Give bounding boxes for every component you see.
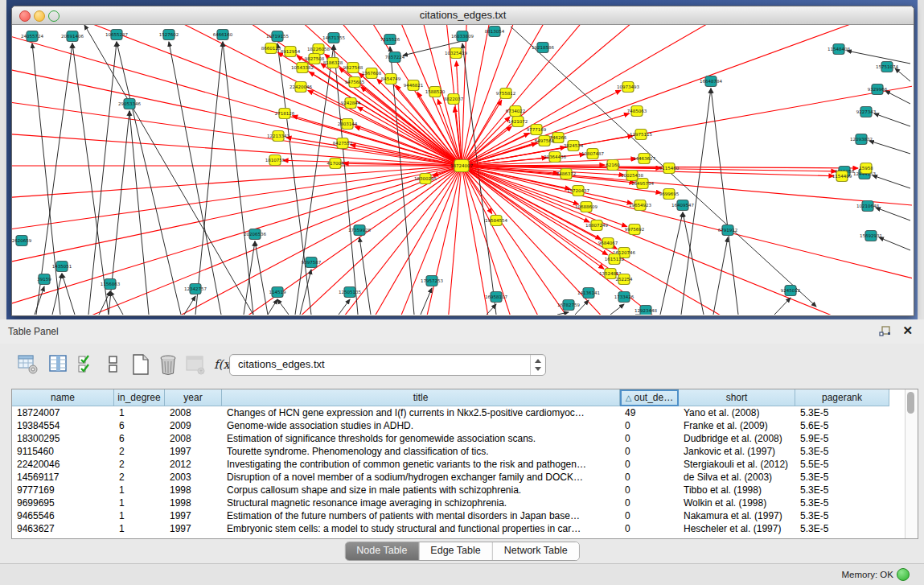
graph-node[interactable]: 10688609 [575, 202, 598, 212]
column-header-pagerank[interactable]: pagerank [795, 389, 889, 406]
table-row[interactable]: 946554611997Estimation of the future num… [12, 509, 906, 522]
graph-node[interactable]: 12975115 [630, 130, 652, 140]
graph-node[interactable]: 8427552 [333, 138, 353, 149]
graph-node[interactable]: 2620659 [12, 236, 32, 246]
table-row[interactable]: 2242004622012Investigating the contribut… [12, 458, 906, 471]
scrollbar-thumb[interactable] [907, 392, 914, 414]
graph-node[interactable]: 39159 [37, 274, 51, 285]
column-header-short[interactable]: short [679, 389, 795, 406]
new-table-icon[interactable] [130, 353, 151, 376]
graph-node[interactable]: 1810755 [265, 155, 285, 166]
show-columns-icon[interactable] [48, 353, 69, 376]
vertical-scrollbar[interactable] [905, 389, 918, 538]
graph-node[interactable]: 12342757 [184, 284, 207, 295]
graph-node[interactable]: 14136141 [577, 288, 600, 299]
graph-node[interactable]: 12505135 [339, 287, 361, 298]
tab-edge-table[interactable]: Edge Table [419, 542, 492, 560]
graph-node[interactable]: 417004 [327, 159, 344, 169]
tab-node-table[interactable]: Node Table [345, 542, 419, 560]
table-row[interactable]: 1456911722003Disruption of a novel membe… [12, 471, 906, 484]
window-titlebar[interactable]: citations_edges.txt [12, 6, 914, 25]
graph-node[interactable]: 14671355 [322, 33, 345, 43]
column-header-year[interactable]: year [165, 389, 222, 406]
graph-node[interactable]: 9245012 [781, 286, 801, 296]
graph-node[interactable]: 15720437 [567, 186, 589, 196]
graph-node[interactable]: 9329966 [868, 84, 888, 95]
graph-node[interactable]: 114519 [269, 287, 286, 298]
table-body[interactable]: 1872400712008Changes of HCN gene express… [12, 406, 906, 538]
graph-node[interactable]: 20206536 [244, 229, 266, 240]
close-panel-icon[interactable]: ✕ [902, 323, 913, 338]
table-row[interactable]: 911546021997Tourette syndrome. Phenomeno… [12, 445, 906, 458]
column-header-title[interactable]: title [222, 389, 620, 406]
table-row[interactable]: 1830029562008Estimation of significance … [12, 432, 906, 445]
graph-node[interactable]: 17957253 [421, 276, 443, 286]
graph-node[interactable]: 9446821 [404, 80, 424, 91]
graph-node[interactable]: 6466160 [213, 30, 233, 40]
graph-node[interactable]: 20364436 [544, 152, 566, 163]
column-header-indegree[interactable]: in_degree [114, 389, 165, 406]
graph-node[interactable]: 10655287 [105, 30, 128, 40]
graph-node[interactable]: 16409547 [671, 200, 694, 211]
graph-node[interactable]: 20691406 [61, 31, 84, 42]
graph-node[interactable]: 1733426 [614, 292, 634, 303]
graph-node[interactable]: 18226058 [307, 44, 330, 55]
svg-text:9227343: 9227343 [856, 109, 877, 114]
graph-node[interactable]: 14463627 [633, 154, 655, 164]
citation-network-graph[interactable]: 2405572420691406106552871527602646616010… [12, 25, 912, 315]
graph-node[interactable]: 9755812 [496, 89, 516, 99]
graph-node[interactable]: 19654923 [629, 200, 651, 211]
selection-mode-icon[interactable] [77, 353, 98, 376]
table-header-row[interactable]: namein_degreeyeartitle△out_de…shortpager… [12, 389, 906, 406]
graph-node[interactable]: 12923448 [634, 306, 657, 315]
graph-node[interactable]: 3824534 [564, 141, 584, 151]
table-settings-icon[interactable] [18, 353, 39, 376]
memory-status-indicator[interactable] [897, 568, 910, 581]
graph-node[interactable]: 7485063 [627, 106, 647, 117]
graph-node[interactable]: 9827508 [305, 54, 325, 64]
network-canvas[interactable]: 2405572420691406106552871527602646616010… [12, 25, 912, 315]
graph-node[interactable]: 11548408 [827, 44, 850, 55]
graph-node[interactable]: 1156863 [101, 279, 121, 290]
table-row[interactable]: 969969511998Structural magnetic resonanc… [12, 496, 906, 509]
graph-node[interactable]: 8813054 [485, 27, 505, 37]
graph-node[interactable]: 1421072 [508, 117, 528, 127]
graph-node[interactable]: 16033809 [451, 31, 474, 42]
graph-node[interactable]: 19218586 [532, 43, 554, 53]
graph-node[interactable]: 8822037 [444, 94, 464, 105]
table-select-dropdown[interactable]: citations_edges.txt [229, 354, 546, 376]
delete-table-icon[interactable] [158, 353, 179, 376]
graph-node[interactable]: 8454749 [381, 74, 401, 84]
column-header-name[interactable]: name [12, 389, 114, 406]
graph-node[interactable]: 7486372 [556, 169, 577, 179]
dropdown-stepper-icon[interactable] [530, 355, 545, 375]
graph-node[interactable]: 9699695 [659, 189, 680, 200]
graph-node[interactable]: 16782759 [557, 300, 580, 311]
graph-node[interactable]: 12213343 [267, 131, 290, 142]
graph-node[interactable]: 2367608 [362, 68, 382, 79]
graph-node[interactable]: 7857224 [385, 52, 405, 63]
table-row[interactable]: 1872400712008Changes of HCN gene express… [12, 406, 906, 419]
graph-node[interactable]: 29053346 [118, 99, 141, 109]
column-header-outde[interactable]: △out_de… [620, 389, 679, 406]
graph-node[interactable]: 252254 [616, 274, 633, 285]
table-row[interactable]: 977716911998Corpus callosum shape and si… [12, 484, 906, 496]
row-height-icon[interactable] [103, 353, 124, 376]
tab-network-table[interactable]: Network Table [493, 542, 579, 560]
graph-node[interactable]: 15751074 [876, 62, 898, 72]
graph-node[interactable]: 62160 [606, 160, 620, 171]
graph-node[interactable]: 12093832 [850, 134, 873, 145]
graph-node[interactable]: 9227343 [856, 107, 877, 117]
graph-node[interactable]: 15958 [859, 163, 873, 174]
graph-node[interactable]: 10719155 [266, 31, 289, 42]
graph-node[interactable]: 17359928 [348, 225, 371, 236]
graph-node[interactable]: 19584554 [485, 216, 507, 226]
graph-node[interactable]: 1527602 [159, 30, 179, 40]
graph-node[interactable]: 15692931 [860, 231, 882, 241]
graph-node[interactable]: 10807487 [581, 149, 604, 159]
graph-node[interactable]: 16958107 [485, 292, 507, 303]
table-row[interactable]: 946362711997Embryonic stem cells: a mode… [12, 522, 906, 535]
graph-node[interactable]: 7515526 [380, 35, 400, 45]
float-panel-icon[interactable] [879, 325, 892, 338]
table-row[interactable]: 1938455462009Genome-wide association stu… [12, 419, 906, 432]
